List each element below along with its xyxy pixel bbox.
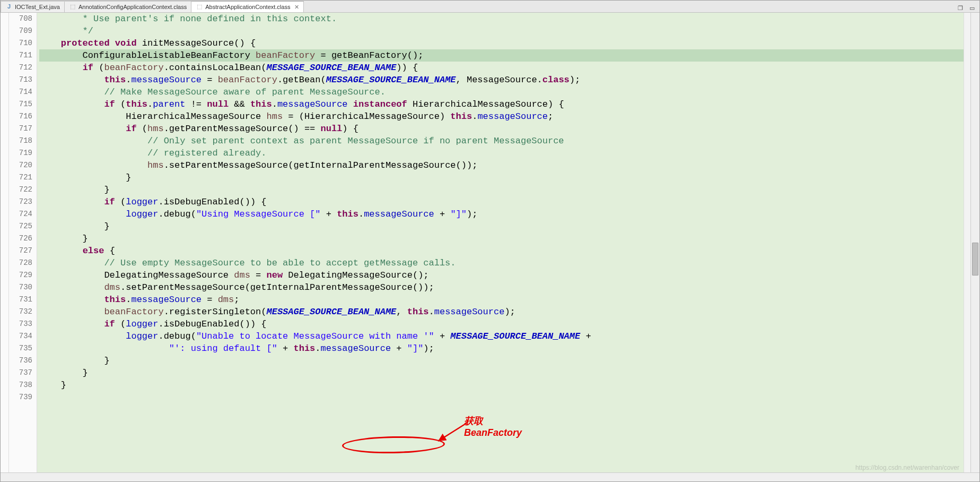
scroll-thumb[interactable]: [972, 243, 978, 276]
code-line[interactable]: logger.debug("Using MessageSource [" + t…: [39, 208, 964, 220]
tab-bar-tools: ❐ ▭: [956, 4, 979, 12]
line-number: 711: [11, 49, 32, 62]
line-number: 723: [11, 196, 32, 208]
tab-label: AbstractApplicationContext.class: [205, 4, 290, 10]
line-number: 727: [11, 245, 32, 257]
restore-button[interactable]: ❐: [956, 4, 965, 12]
tab-abstract-application-context[interactable]: ⬚ AbstractApplicationContext.class ✕: [191, 1, 304, 12]
line-number: 739: [11, 391, 32, 403]
code-line[interactable]: [39, 391, 964, 403]
code-line[interactable]: }: [39, 220, 964, 233]
line-number: 715: [11, 98, 32, 110]
line-number: 710: [11, 37, 32, 49]
code-line[interactable]: }: [39, 379, 964, 391]
vertical-scrollbar[interactable]: [970, 13, 979, 472]
tab-label: AnnotationConfigApplicationContext.class: [78, 4, 187, 10]
code-area[interactable]: * Use parent's if none defined in this c…: [37, 13, 964, 472]
code-line[interactable]: logger.debug("Unable to locate MessageSo…: [39, 330, 964, 342]
line-number: 720: [11, 159, 32, 171]
line-number: 736: [11, 355, 32, 367]
code-line[interactable]: ConfigurableListableBeanFactory beanFact…: [39, 49, 964, 62]
class-file-icon: ⬚: [196, 3, 203, 11]
line-number: 708: [11, 13, 32, 25]
java-file-icon: J: [5, 3, 13, 11]
line-number: 731: [11, 294, 32, 306]
svg-line-0: [438, 423, 467, 441]
annotation-circle: [342, 435, 445, 454]
line-number: 732: [11, 306, 32, 318]
code-line[interactable]: if (logger.isDebugEnabled()) {: [39, 318, 964, 330]
code-line[interactable]: beanFactory.registerSingleton(MESSAGE_SO…: [39, 306, 964, 318]
line-number: 734: [11, 330, 32, 342]
code-line[interactable]: if (hms.getParentMessageSource() == null…: [39, 123, 964, 135]
line-number: 726: [11, 233, 32, 245]
folding-ruler[interactable]: [1, 13, 9, 472]
code-line[interactable]: }: [39, 355, 964, 367]
code-line[interactable]: */: [39, 25, 964, 37]
line-number: 721: [11, 171, 32, 184]
code-line[interactable]: // Only set parent context as parent Mes…: [39, 135, 964, 147]
line-number: 716: [11, 110, 32, 123]
code-line[interactable]: }: [39, 184, 964, 196]
line-number: 728: [11, 257, 32, 269]
code-line[interactable]: DelegatingMessageSource dms = new Delega…: [39, 269, 964, 281]
line-number: 725: [11, 220, 32, 233]
code-line[interactable]: * Use parent's if none defined in this c…: [39, 13, 964, 25]
line-number: 713: [11, 74, 32, 86]
code-line[interactable]: dms.setParentMessageSource(getInternalPa…: [39, 281, 964, 294]
code-lines[interactable]: * Use parent's if none defined in this c…: [37, 13, 964, 403]
annotation-arrow-icon: [436, 422, 468, 443]
line-number-gutter: 7087097107117127137147157167177187197207…: [9, 13, 37, 472]
class-file-icon: ⬚: [69, 3, 76, 11]
code-line[interactable]: if (beanFactory.containsLocalBean(MESSAG…: [39, 62, 964, 74]
code-line[interactable]: "': using default [" + this.messageSourc…: [39, 342, 964, 355]
code-line[interactable]: // Use empty MessageSource to be able to…: [39, 257, 964, 269]
code-line[interactable]: HierarchicalMessageSource hms = (Hierarc…: [39, 110, 964, 123]
code-line[interactable]: // registered already.: [39, 147, 964, 159]
editor-body: 7087097107117127137147157167177187197207…: [1, 13, 979, 472]
tab-bar: J IOCTest_Ext.java ⬚ AnnotationConfigApp…: [1, 1, 979, 13]
line-number: 719: [11, 147, 32, 159]
line-number: 717: [11, 123, 32, 135]
code-line[interactable]: protected void initMessageSource() {: [39, 37, 964, 49]
tab-label: IOCTest_Ext.java: [15, 4, 60, 10]
code-line[interactable]: }: [39, 171, 964, 184]
line-number: 733: [11, 318, 32, 330]
tab-ioctest[interactable]: J IOCTest_Ext.java: [1, 1, 65, 12]
code-line[interactable]: if (this.parent != null && this.messageS…: [39, 98, 964, 110]
minimize-button[interactable]: ▭: [968, 4, 976, 12]
line-number: 722: [11, 184, 32, 196]
code-line[interactable]: }: [39, 367, 964, 379]
line-number: 735: [11, 342, 32, 355]
editor-frame: J IOCTest_Ext.java ⬚ AnnotationConfigApp…: [0, 0, 980, 482]
line-number: 724: [11, 208, 32, 220]
overview-ruler[interactable]: [964, 13, 970, 472]
line-number: 737: [11, 367, 32, 379]
line-number: 714: [11, 86, 32, 98]
code-line[interactable]: if (logger.isDebugEnabled()) {: [39, 196, 964, 208]
line-number: 738: [11, 379, 32, 391]
code-line[interactable]: this.messageSource = dms;: [39, 294, 964, 306]
code-line[interactable]: hms.setParentMessageSource(getInternalPa…: [39, 159, 964, 171]
line-number: 729: [11, 269, 32, 281]
close-icon[interactable]: ✕: [294, 4, 299, 11]
line-number: 730: [11, 281, 32, 294]
line-number: 709: [11, 25, 32, 37]
annotation-text: 获取BeanFactory: [464, 415, 522, 438]
line-number: 712: [11, 62, 32, 74]
code-line[interactable]: }: [39, 233, 964, 245]
code-line[interactable]: else {: [39, 245, 964, 257]
watermark: https://blog.csdn.net/warenhan/cover: [855, 464, 959, 471]
horizontal-scrollbar[interactable]: [1, 472, 979, 481]
tab-annotation-config[interactable]: ⬚ AnnotationConfigApplicationContext.cla…: [64, 1, 191, 12]
code-line[interactable]: // Make MessageSource aware of parent Me…: [39, 86, 964, 98]
code-line[interactable]: this.messageSource = beanFactory.getBean…: [39, 74, 964, 86]
line-number: 718: [11, 135, 32, 147]
